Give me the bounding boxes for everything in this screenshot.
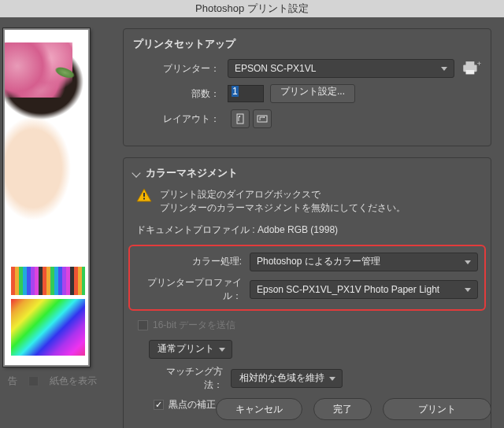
- footer-options: 告 紙色を表示: [0, 371, 97, 390]
- cancel-button[interactable]: キャンセル: [216, 398, 302, 420]
- gamut-warning-label: 告: [8, 374, 17, 388]
- printer-profile-select[interactable]: Epson SC-PX1VL_PX1V Photo Paper Light: [250, 280, 478, 299]
- warning-icon: [136, 188, 152, 202]
- layout-landscape-icon[interactable]: [253, 109, 272, 128]
- done-button[interactable]: 完了: [313, 398, 372, 420]
- print-preview: [3, 28, 90, 367]
- main-area: プリンタセットアップ プリンター： EPSON SC-PX1VL + 部数： 1…: [0, 17, 504, 378]
- chevron-down-icon: [132, 168, 140, 177]
- print-settings-button[interactable]: プリント設定...: [270, 84, 355, 103]
- layout-label: レイアウト：: [133, 113, 228, 126]
- printer-profile-label: プリンタープロファイル：: [136, 276, 250, 303]
- svg-text:+: +: [477, 60, 481, 68]
- window-title: Photoshop プリント設定: [0, 0, 504, 17]
- rendering-intent-select[interactable]: 相対的な色域を維持: [231, 369, 343, 388]
- dialog-buttons: キャンセル 完了 プリント: [216, 398, 491, 420]
- printer-plus-icon[interactable]: +: [461, 60, 481, 77]
- svg-rect-5: [258, 116, 267, 122]
- layout-portrait-icon[interactable]: [231, 109, 250, 128]
- printer-label: プリンター：: [133, 62, 228, 76]
- warning-line1: プリント設定のダイアログボックスで: [160, 188, 406, 201]
- bpc-checkbox[interactable]: [154, 400, 164, 410]
- preview-column: [0, 17, 110, 378]
- print-button[interactable]: プリント: [383, 398, 491, 420]
- printer-setup-panel: プリンタセットアップ プリンター： EPSON SC-PX1VL + 部数： 1…: [123, 28, 491, 146]
- highlighted-region: カラー処理: Photoshop によるカラー管理 プリンタープロファイル： E…: [128, 245, 486, 311]
- copies-label: 部数：: [133, 87, 228, 101]
- send-16bit-label: 16-bit データを送信: [153, 319, 235, 332]
- printer-setup-heading: プリンタセットアップ: [133, 37, 481, 51]
- svg-rect-1: [466, 61, 475, 65]
- settings-column: プリンタセットアップ プリンター： EPSON SC-PX1VL + 部数： 1…: [110, 17, 504, 378]
- svg-rect-7: [143, 198, 145, 200]
- printer-select[interactable]: EPSON SC-PX1VL: [228, 59, 454, 78]
- rendering-intent-label: マッチング方法：: [149, 365, 231, 392]
- color-management-panel: カラーマネジメント プリント設定のダイアログボックスで プリンターのカラーマネジ…: [123, 157, 491, 428]
- send-16bit-row: 16-bit データを送信: [138, 319, 481, 332]
- warning-line2: プリンターのカラーマネジメントを無効にしてください。: [160, 201, 406, 215]
- preview-image: [9, 35, 83, 360]
- color-warning: プリント設定のダイアログボックスで プリンターのカラーマネジメントを無効にしてく…: [133, 188, 481, 216]
- send-16bit-checkbox: [138, 320, 148, 330]
- show-paper-white-label: 紙色を表示: [50, 374, 97, 388]
- show-paper-white-checkbox: [28, 376, 39, 386]
- print-mode-select[interactable]: 通常プリント: [149, 340, 232, 359]
- svg-rect-4: [237, 114, 243, 124]
- color-management-heading[interactable]: カラーマネジメント: [133, 166, 481, 180]
- svg-rect-6: [143, 193, 145, 197]
- svg-rect-2: [466, 70, 475, 74]
- color-handling-select[interactable]: Photoshop によるカラー管理: [250, 253, 478, 271]
- bpc-label: 黒点の補正: [169, 398, 216, 411]
- document-profile: ドキュメントプロファイル : Adobe RGB (1998): [133, 223, 481, 237]
- color-handling-label: カラー処理:: [136, 255, 250, 268]
- copies-input[interactable]: 1: [228, 85, 264, 102]
